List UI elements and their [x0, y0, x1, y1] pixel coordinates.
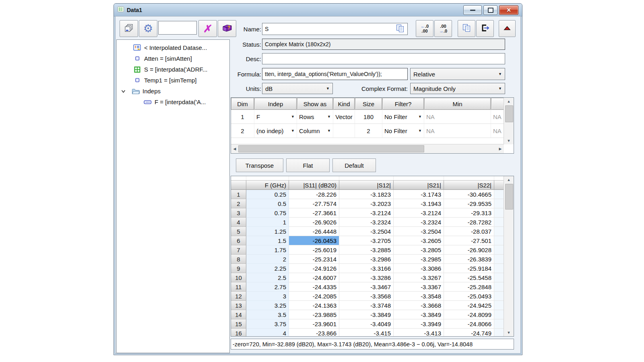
frequency-cell[interactable]: 2 — [246, 255, 289, 264]
value-cell[interactable]: -26.0453 — [289, 236, 339, 245]
value-cell[interactable]: -3.415 — [339, 329, 394, 336]
tree-item[interactable]: S = [interpdata('ADRF... — [117, 64, 229, 75]
row-number-cell[interactable]: 16 — [231, 329, 246, 336]
complex-format-dropdown[interactable]: Magnitude Only ▼ — [410, 83, 505, 94]
titlebar[interactable]: Data1 ✕ — [114, 4, 522, 16]
value-cell[interactable]: -3.2605 — [394, 236, 444, 245]
frequency-cell[interactable]: 3 — [246, 292, 289, 301]
frequency-cell[interactable]: 1.5 — [246, 236, 289, 245]
tree-item[interactable]: Temp1 = [simTemp] — [117, 75, 229, 86]
value-cell[interactable]: -24.6007 — [289, 273, 339, 282]
default-button[interactable]: Default — [332, 158, 376, 172]
minimize-button[interactable] — [463, 5, 482, 15]
value-cell[interactable]: -3.1823 — [339, 190, 394, 199]
value-cell[interactable]: -3.3367 — [394, 282, 444, 292]
frequency-cell[interactable]: 1 — [246, 218, 289, 227]
column-header[interactable]: |S12| — [339, 180, 394, 190]
value-cell[interactable]: -23.866 — [289, 329, 339, 336]
row-number-cell[interactable]: 1 — [231, 190, 246, 199]
frequency-cell[interactable]: 2.75 — [246, 282, 289, 292]
value-cell[interactable]: -3.3668 — [394, 301, 444, 310]
formula-mode-dropdown[interactable]: Relative ▼ — [410, 68, 505, 80]
value-cell[interactable]: -3.3568 — [339, 292, 394, 301]
value-cell[interactable]: -24.8066 — [444, 319, 494, 329]
value-cell[interactable]: -3.3849 — [339, 310, 394, 319]
scroll-down-icon[interactable]: ▼ — [504, 329, 514, 336]
value-cell[interactable]: -3.2805 — [394, 245, 444, 255]
value-cell[interactable]: -3.2504 — [339, 227, 394, 236]
tree-item[interactable]: F = [interpdata('A... — [117, 97, 229, 107]
row-number-cell[interactable]: 7 — [231, 245, 246, 255]
frequency-cell[interactable]: 0.5 — [246, 199, 289, 208]
value-cell[interactable]: -3.2504 — [394, 227, 444, 236]
frequency-cell[interactable]: 0.25 — [246, 190, 289, 199]
value-cell[interactable]: -29.9535 — [444, 199, 494, 208]
value-cell[interactable]: -3.3467 — [339, 282, 394, 292]
indep-dropdown-cell[interactable]: F▼ — [254, 110, 297, 123]
flat-button[interactable]: Flat — [286, 158, 330, 172]
settings-button[interactable]: ⚙ — [139, 20, 157, 37]
value-cell[interactable]: -28.226 — [289, 190, 339, 199]
tree-expander-icon[interactable] — [121, 88, 128, 94]
hscroll-thumb[interactable] — [238, 145, 424, 152]
frequency-cell[interactable]: 3.5 — [246, 310, 289, 319]
scroll-up-icon[interactable]: ▲ — [504, 98, 514, 105]
column-header[interactable]: F (GHz) — [246, 180, 289, 190]
row-number-cell[interactable]: 8 — [231, 255, 246, 264]
corner-cell[interactable] — [231, 180, 246, 190]
value-cell[interactable]: -3.3286 — [339, 273, 394, 282]
frequency-cell[interactable]: 0.75 — [246, 208, 289, 218]
value-cell[interactable]: -27.501 — [444, 236, 494, 245]
dim-col-header[interactable]: Min — [424, 98, 491, 110]
row-number-cell[interactable]: 4 — [231, 218, 246, 227]
value-cell[interactable]: -25.2848 — [444, 282, 494, 292]
value-cell[interactable]: -3.2324 — [339, 218, 394, 227]
value-cell[interactable]: -28.037 — [444, 227, 494, 236]
value-cell[interactable]: -3.413 — [394, 329, 444, 336]
value-cell[interactable]: -27.7574 — [289, 199, 339, 208]
value-cell[interactable]: -3.2705 — [339, 236, 394, 245]
value-cell[interactable]: -25.5458 — [444, 273, 494, 282]
value-cell[interactable]: -3.2986 — [339, 255, 394, 264]
value-cell[interactable]: -24.8099 — [444, 310, 494, 319]
frequency-cell[interactable]: 2.25 — [246, 264, 289, 273]
indep-dropdown-cell[interactable]: (no indep)▼ — [254, 124, 297, 138]
column-header[interactable]: |S21| — [394, 180, 444, 190]
value-cell[interactable]: -3.4049 — [339, 319, 394, 329]
value-cell[interactable]: -26.9026 — [289, 218, 339, 227]
frequency-cell[interactable]: 3.25 — [246, 301, 289, 310]
value-cell[interactable]: -24.4335 — [289, 282, 339, 292]
scroll-left-icon[interactable]: ◀ — [231, 144, 238, 153]
dim-col-header[interactable]: Filter? — [382, 98, 424, 110]
dim-col-header-partial[interactable] — [491, 98, 504, 110]
value-cell[interactable]: -3.3748 — [339, 301, 394, 310]
copy-button[interactable] — [458, 20, 475, 37]
row-number-cell[interactable]: 6 — [231, 236, 246, 245]
filter-dropdown-cell[interactable]: No Filter▼ — [382, 110, 424, 123]
collapse-button[interactable] — [499, 20, 516, 37]
value-cell[interactable]: -24.1363 — [289, 301, 339, 310]
value-cell[interactable]: -26.3839 — [444, 255, 494, 264]
delete-button[interactable]: ✗ — [198, 20, 217, 37]
maximize-button[interactable] — [483, 5, 497, 15]
dim-col-header[interactable]: Dim — [231, 98, 254, 110]
show-as-dropdown-cell[interactable]: Column▼ — [297, 124, 333, 138]
value-cell[interactable]: -26.9028 — [444, 245, 494, 255]
formula-field[interactable]: tten, interp_data_options('Return_ValueO… — [262, 68, 408, 80]
row-number-cell[interactable]: 11 — [231, 282, 246, 292]
dim-col-header[interactable]: Indep — [254, 98, 297, 110]
column-header[interactable]: |S22| — [444, 180, 494, 190]
value-cell[interactable]: -25.0493 — [444, 292, 494, 301]
dim-col-header[interactable]: Kind — [333, 98, 355, 110]
data-vertical-scrollbar[interactable]: ▲ ▼ — [504, 176, 514, 336]
value-cell[interactable]: -26.4448 — [289, 227, 339, 236]
value-cell[interactable]: -23.9885 — [289, 310, 339, 319]
vscroll-thumb[interactable] — [505, 105, 513, 122]
decrease-decimals-button[interactable]: ←.0 .00 — [416, 20, 433, 37]
row-number-cell[interactable]: 13 — [231, 301, 246, 310]
row-number-cell[interactable]: 3 — [231, 208, 246, 218]
dim-col-header[interactable]: Show as — [297, 98, 333, 110]
stack-windows-button[interactable] — [120, 20, 138, 37]
units-dropdown[interactable]: dB ▼ — [262, 83, 333, 94]
scroll-up-icon[interactable]: ▲ — [504, 176, 514, 183]
